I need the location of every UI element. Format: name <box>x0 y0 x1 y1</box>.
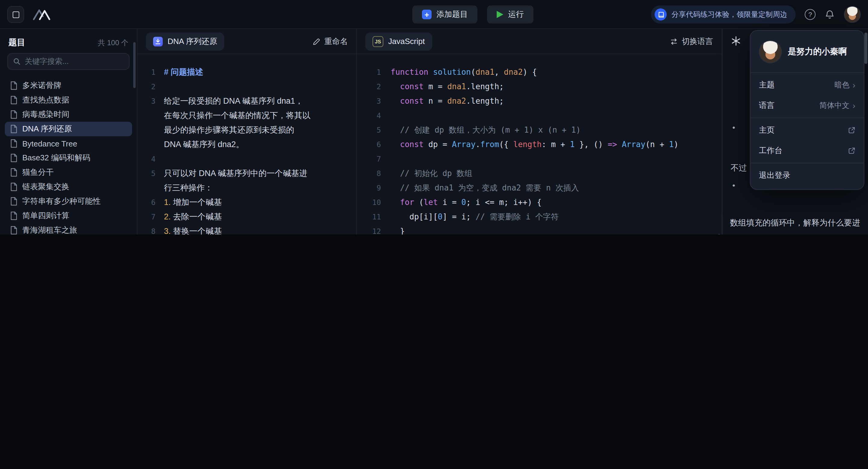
editor-line: 行三种操作： <box>137 181 356 195</box>
add-problem-label: 添加题目 <box>436 9 468 20</box>
editor-line: 1function solution(dna1, dna2) { <box>357 65 721 80</box>
editor-line: 9 // 如果 dna1 为空，变成 dna2 需要 n 次插入 <box>357 181 721 195</box>
sidebar-item[interactable]: 猫鱼分干 <box>5 165 132 180</box>
sidebar-item[interactable]: 青海湖租车之旅 <box>5 223 132 234</box>
code-editor[interactable]: 1function solution(dna1, dna2) {2 const … <box>357 65 721 234</box>
sidebar-item[interactable]: 查找热点数据 <box>5 93 132 107</box>
help-button[interactable]: ? <box>805 9 815 20</box>
rename-label: 重命名 <box>324 36 348 47</box>
line-number: 4 <box>137 152 164 166</box>
line-number: 10 <box>357 195 391 210</box>
sparkle-icon <box>731 36 741 46</box>
language-label: 语言 <box>759 100 775 111</box>
brand-logo-icon[interactable] <box>33 8 53 21</box>
editor-line: DNA 碱基序列 dna2。 <box>137 137 356 152</box>
sidebar-item[interactable]: 简单四则计算 <box>5 209 132 223</box>
line-content: 只可以对 DNA 碱基序列中的一个碱基进 <box>164 166 307 181</box>
run-button[interactable]: 运行 <box>487 5 533 24</box>
theme-value: 暗色 <box>835 80 849 90</box>
line-number: 1 <box>357 65 391 80</box>
user-menu-header: 是努力的小秦啊 <box>750 33 864 70</box>
sidebar-item[interactable]: Base32 编码和解码 <box>5 151 132 165</box>
markdown-editor[interactable]: 1# 问题描述23给定一段受损的 DNA 碱基序列 dna1，在每次只操作一个碱… <box>137 65 356 234</box>
menu-avatar <box>759 40 782 63</box>
sidebar-item[interactable]: 字符串有多少种可能性 <box>5 194 132 209</box>
sidebar-item[interactable]: DNA 序列还原 <box>5 122 132 136</box>
line-number: 8 <box>357 166 391 181</box>
bullet-icon: • <box>733 181 735 190</box>
sidebar-item[interactable]: Bytedance Tree <box>5 136 132 151</box>
switch-arrows-icon <box>670 37 678 45</box>
menu-item-home[interactable]: 主页 <box>750 120 864 140</box>
line-number: 5 <box>137 166 164 181</box>
line-number <box>137 137 164 152</box>
code-panel-header: JS JavaScript 切换语言 <box>357 29 721 54</box>
line-content: 3. 替换一个碱基 <box>164 224 222 234</box>
editor-line: 5只可以对 DNA 碱基序列中的一个碱基进 <box>137 166 356 181</box>
search-box <box>7 53 130 70</box>
line-content: const m = dna1.length; <box>391 80 504 94</box>
sidebar-item[interactable]: 链表聚集交换 <box>5 180 132 194</box>
user-avatar[interactable] <box>844 6 861 23</box>
editor-line: 83. 替换一个碱基 <box>137 224 356 234</box>
line-content: // 如果 dna1 为空，变成 dna2 需要 n 次插入 <box>391 181 579 195</box>
menu-item-language[interactable]: 语言 简体中文 › <box>750 95 864 116</box>
user-menu: 是努力的小秦啊 主题 暗色 › 语言 简体中文 › 主页 工作台 <box>750 30 864 190</box>
workspace-button[interactable] <box>7 6 24 23</box>
doc-icon <box>10 197 18 206</box>
editor-line: 2 <box>137 80 356 94</box>
doc-icon <box>10 139 18 148</box>
language-value-group: 简体中文 › <box>819 100 855 111</box>
pencil-icon <box>312 37 321 45</box>
sidebar-item[interactable]: 多米诺骨牌 <box>5 79 132 93</box>
sidebar-item[interactable]: 病毒感染时间 <box>5 107 132 122</box>
line-number: 3 <box>357 94 391 108</box>
sidebar-header: 题目 共 100 个 <box>0 29 137 53</box>
doc-icon <box>10 110 18 119</box>
editor-line: 8 // 初始化 dp 数组 <box>357 166 721 181</box>
topbar-right: 分享代码练习体验，领限量定制周边 ? <box>651 0 861 29</box>
add-problem-button[interactable]: + 添加题目 <box>412 5 477 24</box>
code-scrollbar[interactable] <box>718 234 720 234</box>
theme-label: 主题 <box>759 80 775 90</box>
line-content: // 创建 dp 数组，大小为 (m + 1) x (n + 1) <box>391 123 581 137</box>
menu-item-logout[interactable]: 退出登录 <box>750 165 864 186</box>
language-pill[interactable]: JS JavaScript <box>365 32 432 50</box>
language-value: 简体中文 <box>819 100 849 111</box>
app-window: + 添加题目 运行 分享代码练习体验，领限量定制周边 ? 题目 <box>0 0 868 234</box>
line-content: const n = dna2.length; <box>391 94 504 108</box>
line-number: 6 <box>357 137 391 152</box>
sidebar-item-label: 多米诺骨牌 <box>22 80 61 91</box>
problem-title-pill[interactable]: DNA 序列还原 <box>146 32 224 50</box>
line-content: function solution(dna1, dna2) { <box>391 65 537 80</box>
line-number: 9 <box>357 181 391 195</box>
line-content: 最少的操作步骤将其还原到未受损的 <box>164 123 294 137</box>
sidebar-item-label: 字符串有多少种可能性 <box>22 196 101 207</box>
menu-item-workspace[interactable]: 工作台 <box>750 140 864 161</box>
problem-icon <box>153 36 163 46</box>
promo-banner[interactable]: 分享代码练习体验，领限量定制周边 <box>651 5 796 24</box>
line-content: 给定一段受损的 DNA 碱基序列 dna1， <box>164 94 303 108</box>
topbar: + 添加题目 运行 分享代码练习体验，领限量定制周边 ? <box>0 0 868 29</box>
sidebar-scrollbar[interactable] <box>133 42 135 88</box>
home-label: 主页 <box>759 125 775 136</box>
line-number <box>137 108 164 123</box>
line-content: dp[i][0] = i; // 需要删除 i 个字符 <box>391 210 559 224</box>
line-content: # 问题描述 <box>164 65 204 80</box>
sidebar-item-label: 链表聚集交换 <box>22 182 69 192</box>
notifications-bell-icon[interactable] <box>825 9 835 20</box>
page-scrollbar[interactable] <box>864 33 867 64</box>
problem-count: 共 100 个 <box>98 38 128 48</box>
line-content: 2. 去除一个碱基 <box>164 210 222 224</box>
search-input[interactable] <box>25 57 124 66</box>
line-content: 1. 增加一个碱基 <box>164 195 222 210</box>
sidebar-title: 题目 <box>8 37 25 48</box>
doc-icon <box>10 82 18 90</box>
topbar-left <box>7 0 53 29</box>
switch-language-button[interactable]: 切换语言 <box>670 36 713 47</box>
rename-button[interactable]: 重命名 <box>312 36 348 47</box>
switch-language-label: 切换语言 <box>682 36 713 47</box>
menu-item-theme[interactable]: 主题 暗色 › <box>750 75 864 95</box>
sidebar-item-label: Base32 编码和解码 <box>22 153 90 163</box>
line-content: for (let i = 0; i <= m; i++) { <box>391 195 541 210</box>
